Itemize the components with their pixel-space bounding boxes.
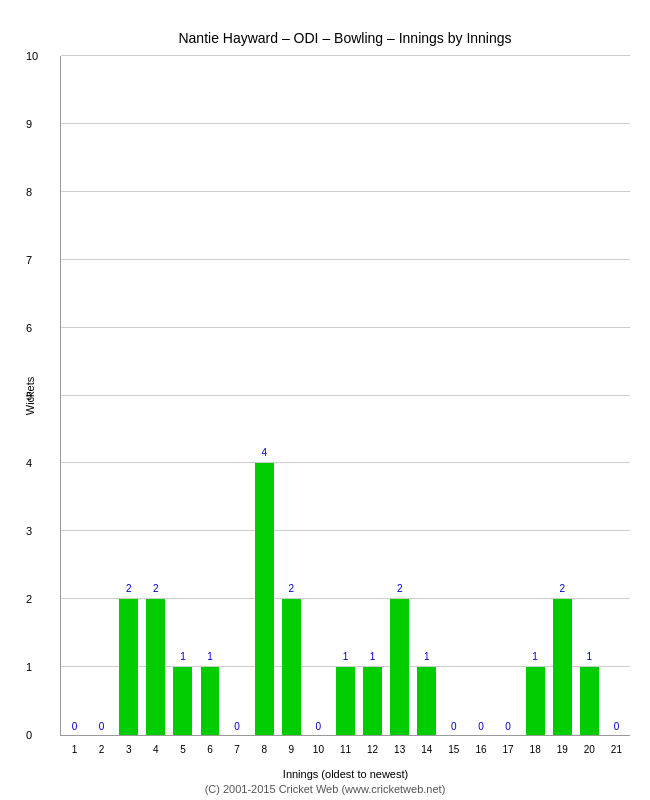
y-tick-label: 6 (26, 322, 32, 334)
x-tick-label: 19 (557, 744, 568, 755)
x-tick-label: 18 (530, 744, 541, 755)
bar: 1 (173, 667, 192, 735)
x-tick-label: 10 (313, 744, 324, 755)
y-tick-label: 0 (26, 729, 32, 741)
bar-group: 51 (169, 56, 196, 735)
y-tick-label: 8 (26, 186, 32, 198)
bar-zero-label: 0 (99, 721, 105, 732)
bar-group: 70 (224, 56, 251, 735)
bar-group: 141 (413, 56, 440, 735)
bar-value-label: 2 (559, 583, 565, 594)
bar: 1 (363, 667, 382, 735)
bar-group: 61 (196, 56, 223, 735)
bar-group: 111 (332, 56, 359, 735)
x-tick-label: 12 (367, 744, 378, 755)
bar-group: 201 (576, 56, 603, 735)
x-tick-label: 2 (99, 744, 105, 755)
bar-value-label: 1 (343, 651, 349, 662)
y-tick-label: 9 (26, 118, 32, 130)
x-tick-label: 21 (611, 744, 622, 755)
y-tick-label: 10 (26, 50, 38, 62)
bar-group: 100 (305, 56, 332, 735)
bar-value-label: 1 (180, 651, 186, 662)
x-tick-label: 9 (289, 744, 295, 755)
bars-container: 1020324251617084921001111211321411501601… (61, 56, 630, 735)
bar-group: 210 (603, 56, 630, 735)
bar: 2 (282, 599, 301, 735)
y-tick-label: 4 (26, 457, 32, 469)
bar: 2 (146, 599, 165, 735)
bar-group: 132 (386, 56, 413, 735)
bar-zero-label: 0 (72, 721, 78, 732)
bar-value-label: 2 (126, 583, 132, 594)
bar-group: 92 (278, 56, 305, 735)
bar-zero-label: 0 (234, 721, 240, 732)
bar-zero-label: 0 (316, 721, 322, 732)
bar-value-label: 1 (370, 651, 376, 662)
bar-group: 150 (440, 56, 467, 735)
chart-area: Wickets Innings (oldest to newest) 10203… (60, 56, 630, 736)
x-tick-label: 16 (475, 744, 486, 755)
bar-group: 121 (359, 56, 386, 735)
y-tick-label: 7 (26, 254, 32, 266)
x-tick-label: 5 (180, 744, 186, 755)
x-tick-label: 14 (421, 744, 432, 755)
bar: 1 (201, 667, 220, 735)
y-tick-label: 3 (26, 525, 32, 537)
x-axis-label: Innings (oldest to newest) (283, 768, 408, 780)
bar-group: 32 (115, 56, 142, 735)
bar-zero-label: 0 (478, 721, 484, 732)
bar-value-label: 1 (587, 651, 593, 662)
bar: 2 (390, 599, 409, 735)
bar-group: 20 (88, 56, 115, 735)
x-tick-label: 11 (340, 744, 351, 755)
chart-container: Nantie Hayward – ODI – Bowling – Innings… (0, 0, 650, 800)
bar-group: 10 (61, 56, 88, 735)
footer: (C) 2001-2015 Cricket Web (www.cricketwe… (0, 783, 650, 795)
bar: 1 (417, 667, 436, 735)
x-tick-label: 17 (502, 744, 513, 755)
bar-value-label: 1 (207, 651, 213, 662)
x-tick-label: 7 (234, 744, 240, 755)
x-tick-label: 4 (153, 744, 159, 755)
bar: 2 (119, 599, 138, 735)
bar-group: 84 (251, 56, 278, 735)
y-tick-label: 5 (26, 390, 32, 402)
bar-group: 42 (142, 56, 169, 735)
bar-value-label: 1 (424, 651, 430, 662)
bar-zero-label: 0 (614, 721, 620, 732)
bar-value-label: 2 (397, 583, 403, 594)
chart-title: Nantie Hayward – ODI – Bowling – Innings… (60, 30, 630, 46)
bar: 1 (580, 667, 599, 735)
bar-zero-label: 0 (451, 721, 457, 732)
x-tick-label: 13 (394, 744, 405, 755)
bar-group: 160 (467, 56, 494, 735)
x-tick-label: 20 (584, 744, 595, 755)
bar-value-label: 2 (153, 583, 159, 594)
x-tick-label: 3 (126, 744, 132, 755)
bar-group: 170 (495, 56, 522, 735)
bar-group: 181 (522, 56, 549, 735)
bar-value-label: 4 (261, 447, 267, 458)
y-tick-label: 2 (26, 593, 32, 605)
bar: 1 (526, 667, 545, 735)
x-tick-label: 1 (72, 744, 78, 755)
x-tick-label: 6 (207, 744, 213, 755)
x-tick-label: 8 (261, 744, 267, 755)
bar-value-label: 2 (289, 583, 295, 594)
bar: 1 (336, 667, 355, 735)
bar: 4 (255, 463, 274, 735)
bar: 2 (553, 599, 572, 735)
bar-value-label: 1 (532, 651, 538, 662)
bar-zero-label: 0 (505, 721, 511, 732)
bar-group: 192 (549, 56, 576, 735)
x-tick-label: 15 (448, 744, 459, 755)
y-tick-label: 1 (26, 661, 32, 673)
